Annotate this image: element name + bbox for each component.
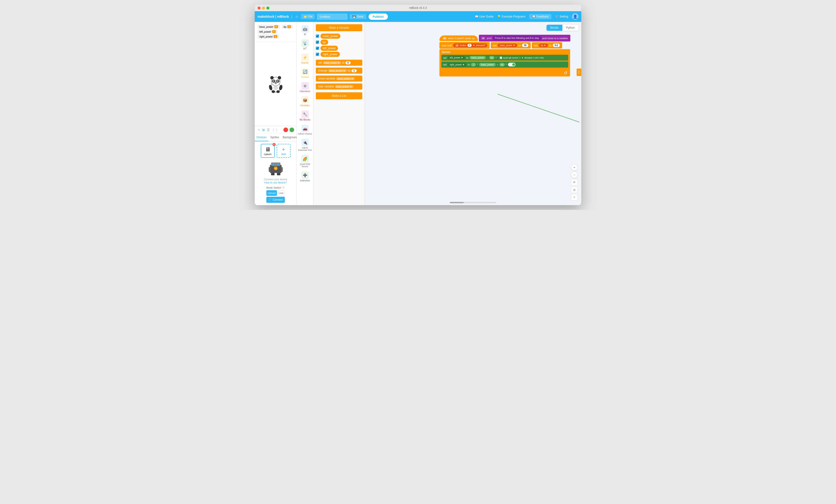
hide-variable-block[interactable]: hide variable base_power ▼ <box>316 83 362 90</box>
operators-icon: ⊕ <box>301 82 309 90</box>
var-block-kp[interactable]: kp <box>321 40 328 45</box>
show-variable-block[interactable]: show variable base_power ▼ <box>316 76 362 82</box>
project-title-input[interactable] <box>317 14 347 20</box>
checkbox-base-power[interactable] <box>316 35 319 38</box>
app-window: mBlock v5.4.3 makeblock | mBlock | ⌂ 📁 F… <box>255 5 581 205</box>
toggle-switch[interactable] <box>508 63 515 66</box>
set3-var-dropdown[interactable]: left_power ▼ <box>448 56 465 59</box>
change-var-dropdown[interactable]: base_power ▼ <box>328 69 347 72</box>
category-extension[interactable]: ➕ extension <box>297 170 313 184</box>
grid-view-button[interactable]: ⊞ <box>262 128 265 132</box>
forever-label: forever <box>439 49 570 55</box>
svg-point-21 <box>272 163 274 165</box>
zoom-in-button[interactable]: + <box>571 164 577 171</box>
python-mode-button[interactable]: Python <box>563 25 578 31</box>
set4-var-dropdown[interactable]: right_power ▼ <box>448 63 467 66</box>
category-variables[interactable]: 📦 Variables <box>297 94 313 109</box>
category-mbot2-ext[interactable]: 🔌 mBot2 Extension Port <box>297 137 313 153</box>
category-iot[interactable]: 📡 IoT <box>297 38 313 52</box>
add-label: Add <box>281 153 286 155</box>
stop-button[interactable] <box>283 128 288 132</box>
close-button[interactable] <box>258 6 261 9</box>
blocks-mode-button[interactable]: Blocks <box>547 25 562 31</box>
publish-button[interactable]: Publish <box>368 14 388 20</box>
example-programs-link[interactable]: 💡 Example Programs <box>497 15 526 18</box>
svg-point-22 <box>277 163 279 165</box>
category-mbot2-chassis[interactable]: 🚗 mBot2 Chassis <box>297 123 313 137</box>
device-close-button[interactable]: ✕ <box>272 143 276 146</box>
svg-point-12 <box>275 82 277 83</box>
user-avatar[interactable]: 👤 <box>572 13 578 20</box>
category-ai[interactable]: 🤖 AI <box>297 23 313 38</box>
category-control[interactable]: 🔄 Control <box>297 66 313 80</box>
cyberpi-device[interactable]: ✕ 🖥 CyberPi <box>261 144 275 158</box>
zoom-controls: + − ⟳ ◎ = <box>571 164 577 200</box>
wait-block[interactable]: wait until 🖥 button B ▼ pressed? <box>439 42 490 49</box>
upload-mode-button[interactable]: Upload <box>266 190 277 196</box>
go-button[interactable] <box>289 128 294 132</box>
category-events[interactable]: ⚡ Events <box>297 52 313 66</box>
checkbox-left-power[interactable] <box>316 46 319 50</box>
extension-icon: ➕ <box>301 171 309 179</box>
show-var-dropdown[interactable]: base_power ▼ <box>336 77 355 80</box>
feedback-button[interactable]: 💬 Feedback <box>529 14 551 19</box>
print-block[interactable]: 🖥 print Press B to start line following … <box>479 35 570 41</box>
svg-point-17 <box>276 90 280 93</box>
hide-var-dropdown[interactable]: base_power ▼ <box>335 85 354 88</box>
set-right-power-block[interactable]: set right_power ▼ to -1 * base_power <box>441 61 568 67</box>
var-block-right-power[interactable]: right_power <box>321 52 340 57</box>
set1-var-dropdown[interactable]: base_power ▼ <box>498 44 517 47</box>
checkbox-right-power[interactable] <box>316 53 319 56</box>
home-icon[interactable]: ⌂ <box>294 14 299 20</box>
var-checkbox-kp: kp <box>316 40 362 45</box>
set2-var-dropdown[interactable]: kp ▼ <box>539 44 548 47</box>
detail-view-button[interactable]: ⋮⋮ <box>271 128 279 132</box>
category-quad-rgb[interactable]: 🌈 Quad RGB Sensor <box>297 153 313 170</box>
maximize-button[interactable] <box>266 6 269 9</box>
set-left-power-block[interactable]: set left_power ▼ to base_power - kp <box>441 55 568 61</box>
tab-devices[interactable]: Devices <box>255 134 268 141</box>
tab-sprites[interactable]: Sprites <box>268 134 281 141</box>
set-kp-block[interactable]: set kp ▼ to 0.5 <box>532 42 562 49</box>
how-to-use-link[interactable]: How to use device? <box>265 181 287 184</box>
checkbox-kp[interactable] <box>316 41 319 44</box>
set4-kp: kp <box>499 63 505 66</box>
live-mode-button[interactable]: Live <box>277 190 285 196</box>
toggle-knob <box>512 63 515 66</box>
file-menu-button[interactable]: 📁 File <box>301 14 315 19</box>
save-button[interactable]: 💾 Save <box>350 14 366 19</box>
book-icon: 📖 <box>475 15 478 18</box>
fit-view-button[interactable]: ◎ <box>571 187 577 193</box>
zoom-out-button[interactable]: − <box>571 172 577 178</box>
set-base-power-block[interactable]: set base_power ▼ to 30 <box>491 42 531 49</box>
mode-switch-label: Mode Switch ⓘ <box>266 186 285 189</box>
events-icon: ⚡ <box>301 54 309 61</box>
forever-block[interactable]: forever set left_power ▼ to base_power <box>439 49 570 76</box>
minimize-button[interactable] <box>262 6 265 9</box>
traffic-lights <box>258 6 269 9</box>
list-view-button[interactable]: ☰ <box>266 128 270 132</box>
category-operators[interactable]: ⊕ Operators <box>297 80 313 94</box>
set-var-dropdown[interactable]: base_power ▼ <box>323 61 341 64</box>
make-variable-button[interactable]: Make a Variable <box>316 24 362 31</box>
user-guide-link[interactable]: 📖 User Guide <box>475 15 494 18</box>
print-label: print <box>487 37 492 40</box>
change-variable-block[interactable]: change base_power ▼ by 1 <box>316 67 362 74</box>
scroll-bar[interactable] <box>450 202 496 203</box>
category-my-blocks[interactable]: 🔧 My Blocks <box>297 109 313 123</box>
add-device-button[interactable]: + Add <box>277 144 291 158</box>
svg-rect-24 <box>281 167 283 172</box>
var-block-base-power[interactable]: base_power <box>321 34 340 39</box>
code-canvas[interactable]: Blocks Python </> 🖥 when CyberPi starts … <box>365 22 581 205</box>
expand-view-button[interactable]: ⤡ <box>257 128 261 132</box>
iot-icon: 📡 <box>301 39 309 47</box>
set-variable-block[interactable]: set base_power ▼ to 0 <box>316 60 362 66</box>
connect-button[interactable]: 🔗 Connect <box>266 197 285 203</box>
hat-block[interactable]: 🖥 when CyberPi starts up <box>439 35 478 41</box>
setting-button[interactable]: ⚙️ Setting <box>555 15 568 18</box>
var-block-left-power[interactable]: left_power <box>321 46 338 51</box>
make-list-button[interactable]: Make a List <box>316 92 362 99</box>
fullscreen-button[interactable]: = <box>571 194 577 200</box>
reset-view-button[interactable]: ⟳ <box>571 179 577 186</box>
sensor-block[interactable]: ⬜ quad rgb sensor 1 ▼ deviation (-100~10… <box>498 56 546 59</box>
